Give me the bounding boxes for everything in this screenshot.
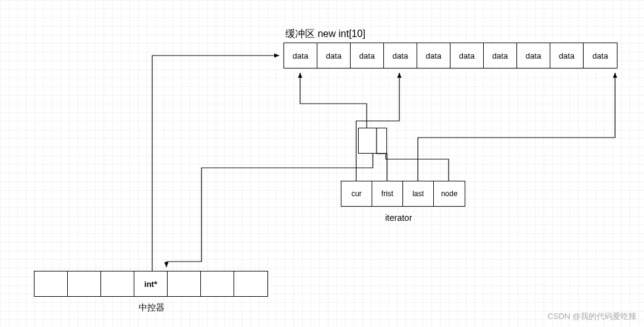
buffer-array: data data data data data data data data … (283, 43, 618, 68)
iterator-cur: cur (341, 181, 372, 206)
iterator-first: frist (372, 181, 403, 206)
controller-cell (201, 271, 234, 296)
iterator-last: last (403, 181, 434, 206)
watermark: CSDN @我的代码爱吃辣 (547, 311, 637, 322)
controller-cell (68, 271, 101, 296)
node-hook-box (358, 128, 387, 154)
iterator-struct: cur frist last node (341, 181, 465, 207)
buffer-cell: data (450, 43, 484, 68)
buffer-cell: data (417, 43, 450, 68)
controller-array: int* (34, 271, 268, 297)
iterator-label: iterator (385, 213, 412, 223)
controller-cell (168, 271, 201, 296)
controller-cell (35, 271, 68, 296)
controller-cell (234, 271, 267, 296)
iterator-node: node (434, 181, 465, 206)
buffer-cell: data (484, 43, 517, 68)
buffer-cell: data (351, 43, 384, 68)
buffer-cell: data (384, 43, 417, 68)
buffer-cell: data (584, 43, 617, 68)
controller-cell (101, 271, 134, 296)
buffer-cell: data (284, 43, 317, 68)
buffer-cell: data (317, 43, 351, 68)
buffer-cell: data (517, 43, 550, 68)
controller-label: 中控器 (139, 302, 165, 313)
buffer-cell: data (550, 43, 584, 68)
controller-int-pointer: int* (134, 271, 168, 296)
buffer-title: 缓冲区 new int[10] (285, 28, 365, 41)
